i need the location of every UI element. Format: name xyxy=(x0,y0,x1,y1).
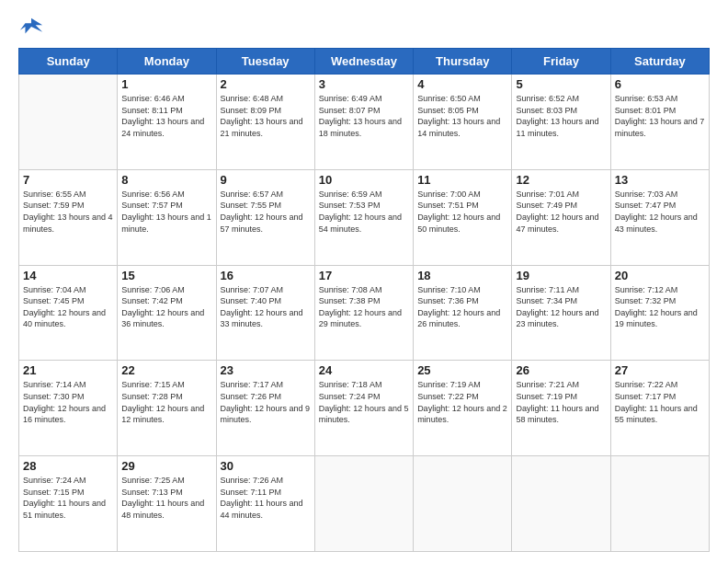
calendar-cell: 9Sunrise: 6:57 AM Sunset: 7:55 PM Daylig… xyxy=(216,169,314,265)
day-number: 1 xyxy=(121,77,211,91)
header xyxy=(18,15,710,40)
calendar-cell: 28Sunrise: 7:24 AM Sunset: 7:15 PM Dayli… xyxy=(19,456,118,552)
calendar-cell: 30Sunrise: 7:26 AM Sunset: 7:11 PM Dayli… xyxy=(216,456,314,552)
calendar-cell: 2Sunrise: 6:48 AM Sunset: 8:09 PM Daylig… xyxy=(216,75,314,170)
day-number: 24 xyxy=(319,363,409,377)
day-info: Sunrise: 7:15 AM Sunset: 7:28 PM Dayligh… xyxy=(121,379,211,425)
day-number: 5 xyxy=(516,77,606,91)
calendar-cell: 24Sunrise: 7:18 AM Sunset: 7:24 PM Dayli… xyxy=(314,361,413,456)
calendar-body: 1Sunrise: 6:46 AM Sunset: 8:11 PM Daylig… xyxy=(19,75,710,552)
calendar-cell xyxy=(314,456,413,552)
logo-icon xyxy=(18,15,44,40)
week-row-3: 14Sunrise: 7:04 AM Sunset: 7:45 PM Dayli… xyxy=(19,265,710,361)
day-number: 17 xyxy=(319,269,409,282)
calendar-cell: 16Sunrise: 7:07 AM Sunset: 7:40 PM Dayli… xyxy=(216,265,314,361)
day-info: Sunrise: 6:49 AM Sunset: 8:07 PM Dayligh… xyxy=(319,93,409,139)
day-number: 8 xyxy=(121,173,211,187)
calendar-cell: 22Sunrise: 7:15 AM Sunset: 7:28 PM Dayli… xyxy=(118,361,216,456)
week-row-1: 1Sunrise: 6:46 AM Sunset: 8:11 PM Daylig… xyxy=(19,75,710,170)
day-info: Sunrise: 7:06 AM Sunset: 7:42 PM Dayligh… xyxy=(121,284,211,330)
day-info: Sunrise: 7:21 AM Sunset: 7:19 PM Dayligh… xyxy=(516,379,606,425)
calendar-cell: 7Sunrise: 6:55 AM Sunset: 7:59 PM Daylig… xyxy=(19,169,118,265)
page: SundayMondayTuesdayWednesdayThursdayFrid… xyxy=(0,0,728,563)
day-number: 6 xyxy=(615,77,705,91)
day-number: 10 xyxy=(319,173,409,187)
calendar-cell: 6Sunrise: 6:53 AM Sunset: 8:01 PM Daylig… xyxy=(610,75,709,170)
day-number: 25 xyxy=(417,363,507,377)
calendar-cell: 5Sunrise: 6:52 AM Sunset: 8:03 PM Daylig… xyxy=(512,75,610,170)
day-number: 27 xyxy=(615,363,705,377)
day-info: Sunrise: 7:01 AM Sunset: 7:49 PM Dayligh… xyxy=(516,189,606,235)
day-number: 13 xyxy=(615,173,705,187)
calendar-cell: 17Sunrise: 7:08 AM Sunset: 7:38 PM Dayli… xyxy=(314,265,413,361)
day-info: Sunrise: 7:25 AM Sunset: 7:13 PM Dayligh… xyxy=(121,475,211,521)
day-number: 19 xyxy=(516,269,606,282)
weekday-header-tuesday: Tuesday xyxy=(216,49,314,75)
day-number: 28 xyxy=(23,459,113,473)
weekday-header-thursday: Thursday xyxy=(414,49,512,75)
day-number: 29 xyxy=(121,459,211,473)
calendar-cell xyxy=(512,456,610,552)
calendar-cell: 21Sunrise: 7:14 AM Sunset: 7:30 PM Dayli… xyxy=(19,361,118,456)
calendar-cell: 23Sunrise: 7:17 AM Sunset: 7:26 PM Dayli… xyxy=(216,361,314,456)
day-info: Sunrise: 6:57 AM Sunset: 7:55 PM Dayligh… xyxy=(221,189,311,235)
calendar-cell: 27Sunrise: 7:22 AM Sunset: 7:17 PM Dayli… xyxy=(610,361,709,456)
calendar-cell: 25Sunrise: 7:19 AM Sunset: 7:22 PM Dayli… xyxy=(414,361,512,456)
day-info: Sunrise: 7:03 AM Sunset: 7:47 PM Dayligh… xyxy=(615,189,705,235)
day-info: Sunrise: 7:17 AM Sunset: 7:26 PM Dayligh… xyxy=(221,379,311,425)
calendar-cell: 14Sunrise: 7:04 AM Sunset: 7:45 PM Dayli… xyxy=(19,265,118,361)
day-number: 30 xyxy=(221,459,311,473)
week-row-2: 7Sunrise: 6:55 AM Sunset: 7:59 PM Daylig… xyxy=(19,169,710,265)
calendar-cell xyxy=(19,75,118,170)
calendar-cell: 15Sunrise: 7:06 AM Sunset: 7:42 PM Dayli… xyxy=(118,265,216,361)
weekday-header-wednesday: Wednesday xyxy=(314,49,413,75)
day-info: Sunrise: 7:14 AM Sunset: 7:30 PM Dayligh… xyxy=(23,379,113,425)
day-number: 14 xyxy=(23,269,113,282)
calendar-cell: 8Sunrise: 6:56 AM Sunset: 7:57 PM Daylig… xyxy=(118,169,216,265)
logo xyxy=(18,15,48,40)
weekday-header-friday: Friday xyxy=(512,49,610,75)
calendar-cell xyxy=(610,456,709,552)
calendar-table: SundayMondayTuesdayWednesdayThursdayFrid… xyxy=(18,48,710,552)
calendar-cell: 11Sunrise: 7:00 AM Sunset: 7:51 PM Dayli… xyxy=(414,169,512,265)
day-info: Sunrise: 6:46 AM Sunset: 8:11 PM Dayligh… xyxy=(121,93,211,139)
calendar-cell: 12Sunrise: 7:01 AM Sunset: 7:49 PM Dayli… xyxy=(512,169,610,265)
day-info: Sunrise: 7:07 AM Sunset: 7:40 PM Dayligh… xyxy=(221,284,311,330)
calendar-cell: 13Sunrise: 7:03 AM Sunset: 7:47 PM Dayli… xyxy=(610,169,709,265)
day-info: Sunrise: 7:12 AM Sunset: 7:32 PM Dayligh… xyxy=(615,284,705,330)
calendar-cell: 18Sunrise: 7:10 AM Sunset: 7:36 PM Dayli… xyxy=(414,265,512,361)
day-info: Sunrise: 6:59 AM Sunset: 7:53 PM Dayligh… xyxy=(319,189,409,235)
day-number: 3 xyxy=(319,77,409,91)
day-info: Sunrise: 7:19 AM Sunset: 7:22 PM Dayligh… xyxy=(417,379,507,425)
weekday-header-saturday: Saturday xyxy=(610,49,709,75)
day-info: Sunrise: 7:08 AM Sunset: 7:38 PM Dayligh… xyxy=(319,284,409,330)
day-number: 15 xyxy=(121,269,211,282)
calendar-cell: 26Sunrise: 7:21 AM Sunset: 7:19 PM Dayli… xyxy=(512,361,610,456)
week-row-4: 21Sunrise: 7:14 AM Sunset: 7:30 PM Dayli… xyxy=(19,361,710,456)
calendar-cell: 10Sunrise: 6:59 AM Sunset: 7:53 PM Dayli… xyxy=(314,169,413,265)
day-number: 11 xyxy=(417,173,507,187)
calendar-cell: 1Sunrise: 6:46 AM Sunset: 8:11 PM Daylig… xyxy=(118,75,216,170)
day-number: 16 xyxy=(221,269,311,282)
day-number: 21 xyxy=(23,363,113,377)
day-number: 7 xyxy=(23,173,113,187)
calendar-cell xyxy=(414,456,512,552)
day-number: 9 xyxy=(221,173,311,187)
calendar-cell: 4Sunrise: 6:50 AM Sunset: 8:05 PM Daylig… xyxy=(414,75,512,170)
day-info: Sunrise: 6:56 AM Sunset: 7:57 PM Dayligh… xyxy=(121,189,211,235)
day-number: 26 xyxy=(516,363,606,377)
weekday-header-monday: Monday xyxy=(118,49,216,75)
week-row-5: 28Sunrise: 7:24 AM Sunset: 7:15 PM Dayli… xyxy=(19,456,710,552)
day-info: Sunrise: 6:48 AM Sunset: 8:09 PM Dayligh… xyxy=(221,93,311,139)
svg-marker-0 xyxy=(20,18,42,34)
day-info: Sunrise: 7:24 AM Sunset: 7:15 PM Dayligh… xyxy=(23,475,113,521)
day-number: 20 xyxy=(615,269,705,282)
day-info: Sunrise: 6:50 AM Sunset: 8:05 PM Dayligh… xyxy=(417,93,507,139)
day-info: Sunrise: 7:04 AM Sunset: 7:45 PM Dayligh… xyxy=(23,284,113,330)
calendar-header: SundayMondayTuesdayWednesdayThursdayFrid… xyxy=(19,49,710,75)
day-info: Sunrise: 7:11 AM Sunset: 7:34 PM Dayligh… xyxy=(516,284,606,330)
day-info: Sunrise: 6:53 AM Sunset: 8:01 PM Dayligh… xyxy=(615,93,705,139)
day-number: 18 xyxy=(417,269,507,282)
day-info: Sunrise: 7:18 AM Sunset: 7:24 PM Dayligh… xyxy=(319,379,409,425)
calendar-cell: 29Sunrise: 7:25 AM Sunset: 7:13 PM Dayli… xyxy=(118,456,216,552)
